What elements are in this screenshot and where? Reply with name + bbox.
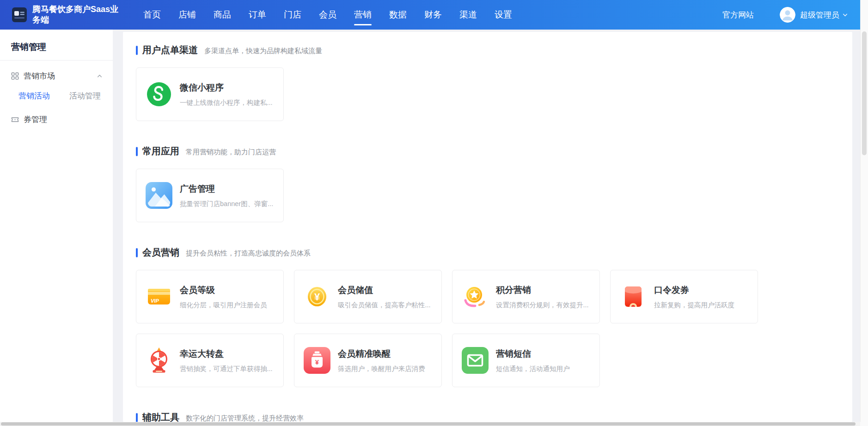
points-marketing-icon [462, 283, 489, 310]
app-card-member-stored-value[interactable]: ¥会员储值吸引会员储值，提高客户粘性... [294, 270, 442, 323]
sidebar-item-label: 营销市场 [24, 71, 55, 81]
app-card-title: 口令发券 [654, 284, 734, 296]
member-wakeup-icon: ¥ [304, 347, 330, 374]
sidebar-divider [0, 60, 113, 61]
app-card-member-wakeup[interactable]: ¥会员精准唤醒筛选用户，唤醒用户来店消费 [294, 334, 442, 387]
section-auxiliary-tools: 辅助工具数字化的门店管理系统，提升经营效率 [136, 411, 839, 422]
section-title: 会员营销 [142, 246, 179, 259]
ad-management-icon [146, 182, 172, 209]
sidebar-title: 营销管理 [11, 42, 113, 53]
sidebar-item-label: 券管理 [24, 114, 47, 125]
app-card-title: 营销短信 [496, 348, 570, 360]
app-card-desc: 短信通知，活动通知用户 [496, 365, 570, 373]
sidebar-submenu: 营销活动活动管理 [0, 81, 113, 101]
section-accent-bar [136, 413, 138, 422]
app-card-points-marketing[interactable]: 积分营销设置消费积分规则，有效提升... [452, 270, 600, 323]
user-menu[interactable]: 超级管理员 [800, 10, 839, 20]
password-coupon-icon [620, 283, 647, 310]
app-title: 腾马餐饮多商户Saas业务端 [32, 4, 122, 26]
sidebar-subitem-activity-management[interactable]: 活动管理 [69, 91, 101, 101]
horizontal-scrollbar[interactable] [0, 422, 860, 426]
app-card-text: 会员等级细化分层，吸引用户注册会员 [180, 284, 267, 310]
app-card-title: 会员精准唤醒 [338, 348, 425, 360]
nav-item-order[interactable]: 订单 [246, 0, 269, 30]
app-card-wechat-mini-program[interactable]: 微信小程序一键上线微信小程序，构建私... [136, 67, 284, 121]
sidebar: 营销管理 营销市场营销活动活动管理券管理 [0, 30, 113, 422]
app-card-member-level[interactable]: VIP会员等级细化分层，吸引用户注册会员 [136, 270, 284, 323]
app-card-desc: 筛选用户，唤醒用户来店消费 [338, 365, 425, 373]
nav-item-settings[interactable]: 设置 [492, 0, 515, 30]
app-card-text: 微信小程序一键上线微信小程序，构建私... [180, 82, 273, 107]
sidebar-item-marketing-market[interactable]: 营销市场 [0, 71, 113, 81]
app-card-text: 幸运大转盘营销抽奖，可通过下单获得抽... [180, 348, 273, 373]
app-card-title: 幸运大转盘 [180, 348, 273, 360]
app-card-text: 口令发券拉新复购，提高用户活跃度 [654, 284, 734, 310]
nav-item-shop[interactable]: 店铺 [176, 0, 199, 30]
section-header: 辅助工具数字化的门店管理系统，提升经营效率 [136, 411, 839, 422]
card-grid: 微信小程序一键上线微信小程序，构建私... [136, 67, 839, 121]
nav-item-marketing[interactable]: 营销 [351, 0, 374, 30]
topbar-right: 官方网站 超级管理员 [722, 7, 848, 23]
app-card-text: 广告管理批量管理门店banner图、弹窗... [180, 183, 273, 208]
app-card-title: 会员储值 [338, 284, 431, 296]
avatar[interactable] [780, 7, 795, 23]
sidebar-item-coupon-management[interactable]: 券管理 [0, 114, 113, 125]
grid-icon [11, 72, 19, 80]
section-subtitle: 多渠道点单，快速为品牌构建私域流量 [204, 45, 322, 55]
app-card-sms-marketing[interactable]: 营销短信短信通知，活动通知用户 [452, 334, 600, 387]
official-website-link[interactable]: 官方网站 [722, 10, 754, 20]
nav-item-store[interactable]: 门店 [281, 0, 304, 30]
brand: 腾马餐饮多商户Saas业务端 [12, 4, 122, 26]
section-title: 辅助工具 [142, 411, 179, 422]
member-stored-value-icon: ¥ [304, 283, 330, 310]
nav-item-home[interactable]: 首页 [141, 0, 164, 30]
app-card-title: 会员等级 [180, 284, 267, 296]
app-card-text: 积分营销设置消费积分规则，有效提升... [496, 284, 589, 310]
app-card-text: 会员精准唤醒筛选用户，唤醒用户来店消费 [338, 348, 425, 373]
sidebar-menu: 营销市场营销活动活动管理券管理 [0, 71, 113, 125]
section-common-apps: 常用应用常用营销功能，助力门店运营广告管理批量管理门店banner图、弹窗... [136, 145, 839, 222]
content-panel: 用户点单渠道多渠道点单，快速为品牌构建私域流量微信小程序一键上线微信小程序，构建… [123, 32, 852, 422]
app-card-title: 积分营销 [496, 284, 589, 296]
section-subtitle: 数字化的门店管理系统，提升经营效率 [186, 413, 304, 422]
top-nav: 首页店铺商品订单门店会员营销数据财务渠道设置 [141, 0, 515, 30]
page: 腾马餐饮多商户Saas业务端 首页店铺商品订单门店会员营销数据财务渠道设置 官方… [0, 0, 868, 426]
svg-text:VIP: VIP [151, 298, 159, 304]
section-title: 常用应用 [142, 145, 179, 158]
ticket-icon [11, 116, 19, 123]
nav-item-goods[interactable]: 商品 [211, 0, 234, 30]
app-card-desc: 一键上线微信小程序，构建私... [180, 98, 273, 107]
nav-item-data[interactable]: 数据 [386, 0, 410, 30]
section-subtitle: 常用营销功能，助力门店运营 [186, 146, 276, 157]
app-card-ad-management[interactable]: 广告管理批量管理门店banner图、弹窗... [136, 169, 284, 222]
vertical-scrollbar[interactable] [860, 0, 868, 422]
section-header: 常用应用常用营销功能，助力门店运营 [136, 145, 839, 158]
chevron-down-icon[interactable] [842, 12, 848, 18]
app-card-text: 营销短信短信通知，活动通知用户 [496, 348, 570, 373]
section-accent-bar [136, 147, 138, 156]
section-member-marketing: 会员营销提升会员粘性，打造高忠诚度的会员体系VIP会员等级细化分层，吸引用户注册… [136, 246, 839, 387]
app-card-desc: 设置消费积分规则，有效提升... [496, 301, 589, 310]
nav-item-finance[interactable]: 财务 [422, 0, 445, 30]
horizontal-scrollbar-thumb[interactable] [1, 422, 856, 426]
app-card-title: 广告管理 [180, 183, 273, 195]
svg-text:¥: ¥ [314, 291, 320, 303]
section-header: 用户点单渠道多渠道点单，快速为品牌构建私域流量 [136, 44, 839, 56]
app-card-text: 会员储值吸引会员储值，提高客户粘性... [338, 284, 431, 310]
body-row: 营销管理 营销市场营销活动活动管理券管理 用户点单渠道多渠道点单，快速为品牌构建… [0, 30, 860, 422]
nav-item-channel[interactable]: 渠道 [457, 0, 480, 30]
main-area: 用户点单渠道多渠道点单，快速为品牌构建私域流量微信小程序一键上线微信小程序，构建… [113, 30, 860, 422]
member-level-icon: VIP [146, 283, 172, 310]
card-grid: 广告管理批量管理门店banner图、弹窗... [136, 169, 839, 222]
card-grid: VIP会员等级细化分层，吸引用户注册会员¥会员储值吸引会员储值，提高客户粘性..… [136, 270, 839, 387]
sections: 用户点单渠道多渠道点单，快速为品牌构建私域流量微信小程序一键上线微信小程序，构建… [136, 44, 839, 422]
app-card-lucky-wheel[interactable]: 幸运大转盘营销抽奖，可通过下单获得抽... [136, 334, 284, 387]
app-card-password-coupon[interactable]: 口令发券拉新复购，提高用户活跃度 [610, 270, 758, 323]
vertical-scrollbar-thumb[interactable] [862, 31, 867, 155]
app-card-desc: 吸引会员储值，提高客户粘性... [338, 301, 431, 310]
chevron-up-icon[interactable] [97, 73, 103, 79]
sidebar-subitem-marketing-activity[interactable]: 营销活动 [18, 91, 50, 101]
app-logo-icon [12, 7, 27, 22]
nav-item-member[interactable]: 会员 [316, 0, 339, 30]
section-subtitle: 提升会员粘性，打造高忠诚度的会员体系 [186, 248, 311, 258]
